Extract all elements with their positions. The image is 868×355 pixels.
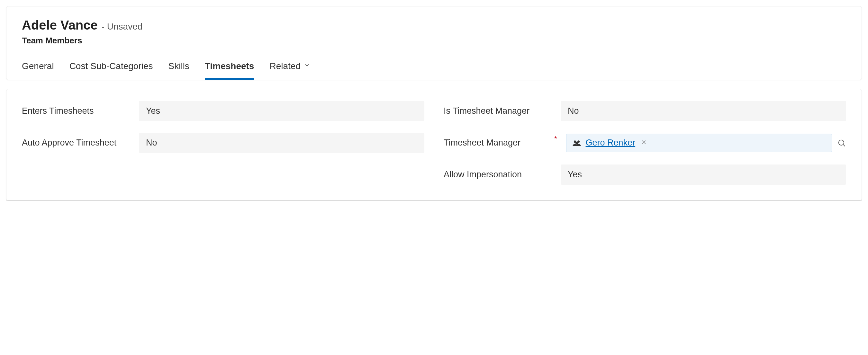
label-allow-impersonation: Allow Impersonation xyxy=(444,170,553,180)
lookup-timesheet-manager[interactable]: Gero Renker xyxy=(566,134,846,152)
input-allow-impersonation[interactable]: Yes xyxy=(561,164,846,185)
entity-subtitle: Team Members xyxy=(22,36,846,45)
label-timesheet-manager: Timesheet Manager xyxy=(444,138,553,148)
field-auto-approve-timesheet: Auto Approve Timesheet No xyxy=(22,133,424,153)
field-is-timesheet-manager: Is Timesheet Manager No xyxy=(444,101,846,121)
tab-skills[interactable]: Skills xyxy=(168,59,189,80)
record-status: - Unsaved xyxy=(101,22,143,32)
tab-timesheets[interactable]: Timesheets xyxy=(205,59,254,80)
header-card: Adele Vance - Unsaved Team Members Gener… xyxy=(6,6,862,80)
field-timesheet-manager: Timesheet Manager * xyxy=(444,133,846,153)
chevron-down-icon xyxy=(304,62,310,70)
lookup-link[interactable]: Gero Renker xyxy=(586,138,636,148)
lookup-tag: Gero Renker xyxy=(566,134,832,152)
svg-line-6 xyxy=(843,144,845,146)
svg-point-2 xyxy=(575,141,578,144)
svg-point-5 xyxy=(839,140,844,145)
label-is-timesheet-manager: Is Timesheet Manager xyxy=(444,106,553,116)
label-enters-timesheets: Enters Timesheets xyxy=(22,106,131,116)
tab-bar: General Cost Sub-Categories Skills Times… xyxy=(22,59,846,80)
input-auto-approve-timesheet[interactable]: No xyxy=(139,133,424,153)
close-icon[interactable] xyxy=(640,139,648,147)
title-row: Adele Vance - Unsaved xyxy=(22,18,846,32)
page-title: Adele Vance xyxy=(22,18,98,32)
search-icon[interactable] xyxy=(837,138,846,148)
tab-related[interactable]: Related xyxy=(270,59,310,80)
form-card: Enters Timesheets Yes Is Timesheet Manag… xyxy=(6,89,862,200)
field-allow-impersonation: Allow Impersonation Yes xyxy=(444,164,846,185)
label-auto-approve-timesheet: Auto Approve Timesheet xyxy=(22,138,131,148)
input-enters-timesheets[interactable]: Yes xyxy=(139,101,424,121)
field-enters-timesheets: Enters Timesheets Yes xyxy=(22,101,424,121)
input-is-timesheet-manager[interactable]: No xyxy=(561,101,846,121)
required-indicator: * xyxy=(554,133,557,143)
group-icon xyxy=(572,139,581,147)
empty-cell xyxy=(22,164,424,185)
tab-cost-sub-categories[interactable]: Cost Sub-Categories xyxy=(69,59,153,80)
form-grid: Enters Timesheets Yes Is Timesheet Manag… xyxy=(22,101,846,185)
tab-general[interactable]: General xyxy=(22,59,54,80)
